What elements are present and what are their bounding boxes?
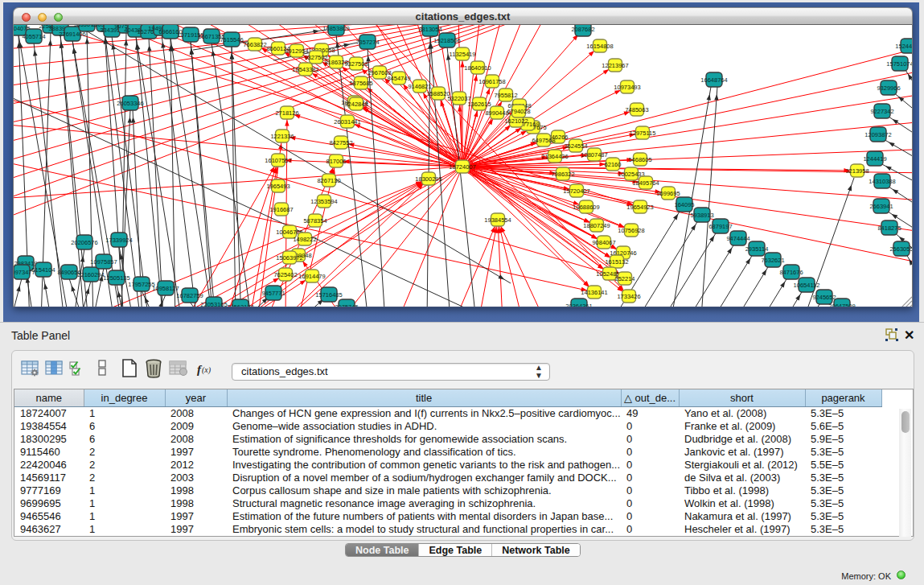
svg-text:1362615: 1362615 xyxy=(467,101,491,108)
svg-text:15716485: 15716485 xyxy=(315,291,342,299)
svg-text:9474444: 9474444 xyxy=(726,235,749,242)
svg-text:9242848: 9242848 xyxy=(344,101,368,108)
svg-text:8418275: 8418275 xyxy=(877,225,901,232)
svg-text:19218506: 19218506 xyxy=(433,37,460,44)
svg-text:164095: 164095 xyxy=(674,201,694,208)
svg-text:10958127: 10958127 xyxy=(152,285,179,292)
svg-text:(x): (x) xyxy=(202,365,211,375)
svg-text:3624554: 3624554 xyxy=(564,142,587,150)
svg-text:16154808: 16154808 xyxy=(586,43,613,50)
svg-text:7485063: 7485063 xyxy=(625,106,648,113)
svg-text:9327508: 9327508 xyxy=(344,60,368,68)
svg-text:8471676: 8471676 xyxy=(779,269,803,276)
svg-text:7955812: 7955812 xyxy=(494,92,517,99)
svg-text:252214: 252214 xyxy=(614,275,634,282)
svg-text:5875685: 5875685 xyxy=(349,80,372,87)
svg-text:1221336: 1221336 xyxy=(270,133,294,140)
svg-text:18495764: 18495764 xyxy=(632,179,659,187)
svg-text:10756928: 10756928 xyxy=(618,227,644,234)
svg-text:6879197: 6879197 xyxy=(708,223,732,230)
svg-text:1733426: 1733426 xyxy=(617,293,640,300)
svg-text:5468605: 5468605 xyxy=(628,156,651,163)
svg-text:9699695: 9699695 xyxy=(656,190,680,197)
svg-text:2087682: 2087682 xyxy=(571,26,594,33)
svg-text:3075745: 3075745 xyxy=(335,303,358,307)
svg-text:9146821: 9146821 xyxy=(408,83,431,90)
svg-text:8454749: 8454749 xyxy=(387,75,410,82)
svg-text:2935114: 2935114 xyxy=(745,245,769,253)
svg-text:18724007: 18724007 xyxy=(449,163,475,171)
svg-text:2563055: 2563055 xyxy=(889,245,912,253)
svg-text:7625402: 7625402 xyxy=(273,271,297,278)
svg-text:20562129: 20562129 xyxy=(227,303,253,307)
svg-text:7515546: 7515546 xyxy=(220,36,243,43)
svg-text:9457771: 9457771 xyxy=(261,290,285,297)
svg-text:20647509: 20647509 xyxy=(828,303,855,307)
svg-text:817006: 817006 xyxy=(326,158,346,165)
svg-text:3213958: 3213958 xyxy=(845,167,869,175)
svg-text:22160294: 22160294 xyxy=(77,271,104,278)
svg-text:16107557: 16107557 xyxy=(265,157,291,164)
svg-text:26053346: 26053346 xyxy=(117,100,143,107)
svg-text:4055714: 4055714 xyxy=(22,33,45,40)
svg-text:2718126: 2718126 xyxy=(275,109,298,117)
svg-text:11325419: 11325419 xyxy=(450,51,476,58)
svg-text:17957255: 17957255 xyxy=(128,281,154,288)
svg-text:22053165: 22053165 xyxy=(200,301,227,307)
svg-text:9227342: 9227342 xyxy=(870,108,893,115)
svg-text:9245652: 9245652 xyxy=(812,294,836,301)
svg-text:12093872: 12093872 xyxy=(864,131,891,138)
svg-text:19384554: 19384554 xyxy=(484,216,511,224)
svg-text:8813054: 8813054 xyxy=(418,26,441,33)
svg-text:1244419: 1244419 xyxy=(863,155,886,163)
svg-text:10975857: 10975857 xyxy=(90,258,117,266)
svg-text:10654112: 10654112 xyxy=(794,282,820,289)
svg-text:12505135: 12505135 xyxy=(103,274,129,282)
svg-text:15063972: 15063972 xyxy=(276,254,302,262)
svg-text:7986322: 7986322 xyxy=(551,171,574,178)
svg-text:1621022: 1621022 xyxy=(504,117,528,125)
svg-text:62160: 62160 xyxy=(605,161,622,168)
svg-text:16961758: 16961758 xyxy=(478,78,505,85)
svg-text:16914479: 16914479 xyxy=(298,273,325,280)
svg-text:7357274: 7357274 xyxy=(355,39,379,46)
svg-text:1498222: 1498222 xyxy=(293,236,316,243)
svg-text:1916687: 1916687 xyxy=(269,206,293,213)
svg-text:18300295: 18300295 xyxy=(415,175,441,183)
svg-text:16853809: 16853809 xyxy=(322,25,349,32)
svg-text:14136141: 14136141 xyxy=(581,289,607,296)
svg-text:10807487: 10807487 xyxy=(581,151,607,159)
svg-text:2663941: 2663941 xyxy=(869,203,893,210)
svg-text:6497568: 6497568 xyxy=(532,137,555,144)
svg-text:8990448: 8990448 xyxy=(485,109,508,117)
svg-text:18640910: 18640910 xyxy=(464,64,491,72)
svg-text:20206576: 20206576 xyxy=(71,239,97,246)
svg-text:9329966: 9329966 xyxy=(877,84,900,92)
svg-text:12213967: 12213967 xyxy=(602,62,628,69)
svg-text:20364361: 20364361 xyxy=(565,303,592,307)
svg-text:21364436: 21364436 xyxy=(541,153,568,160)
svg-text:6794028: 6794028 xyxy=(507,108,530,115)
svg-text:16648764: 16648764 xyxy=(700,76,727,84)
svg-text:16782759: 16782759 xyxy=(176,292,203,299)
svg-text:10973493: 10973493 xyxy=(614,84,640,91)
svg-text:12975115: 12975115 xyxy=(630,130,656,137)
svg-text:8267130: 8267130 xyxy=(317,177,340,184)
svg-text:14310388: 14310388 xyxy=(869,178,895,185)
svg-text:15244500: 15244500 xyxy=(895,43,912,50)
svg-text:18807249: 18807249 xyxy=(583,222,610,229)
svg-text:5878354: 5878354 xyxy=(303,217,326,225)
svg-text:1965493: 1965493 xyxy=(266,183,290,190)
svg-text:10688609: 10688609 xyxy=(573,204,599,211)
svg-text:19654923: 19654923 xyxy=(626,204,653,211)
svg-text:15751074: 15751074 xyxy=(886,60,912,68)
svg-text:12353594: 12353594 xyxy=(310,198,337,205)
svg-text:15720407: 15720407 xyxy=(563,187,589,195)
svg-text:17339924: 17339924 xyxy=(105,237,132,244)
svg-text:16543382: 16543382 xyxy=(292,66,318,73)
svg-text:5154104: 5154104 xyxy=(31,266,55,274)
svg-text:26031441: 26031441 xyxy=(334,118,360,126)
svg-text:7663822: 7663822 xyxy=(243,41,266,48)
svg-text:1588520: 1588520 xyxy=(426,90,450,97)
svg-text:7632621: 7632621 xyxy=(761,257,784,264)
